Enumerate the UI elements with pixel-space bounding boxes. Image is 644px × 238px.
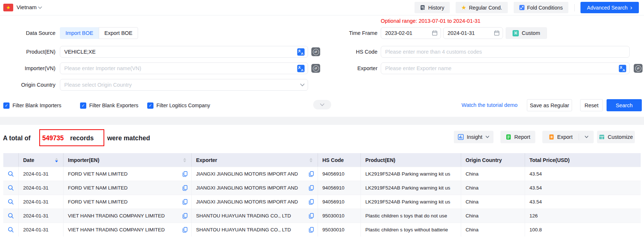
section-divider: [0, 117, 644, 125]
importer-cell[interactable]: VIET HANH TRADING COMPANY LIMITED: [64, 209, 192, 223]
hs-code-input[interactable]: [381, 47, 629, 57]
reset-button[interactable]: Reset: [580, 99, 603, 111]
country-selector[interactable]: Vietnam: [17, 4, 37, 10]
search-detail-icon[interactable]: [8, 199, 14, 205]
exporter-field-wrap: A: [381, 62, 630, 74]
importer-vn-input[interactable]: [60, 63, 297, 73]
product-match-toggle-icon[interactable]: ⇄: [311, 47, 320, 56]
regular-conditions-button[interactable]: ★ Regular Cond.: [456, 2, 508, 13]
insight-button[interactable]: Insight: [454, 131, 493, 143]
date-to-value: 2024-01-31: [444, 30, 494, 36]
summary-prefix: A total of: [3, 134, 30, 142]
importer-cell[interactable]: VIET HANH TRADING COMPANY LIMITED: [64, 223, 192, 237]
export-button[interactable]: Export: [542, 134, 579, 140]
search-detail-icon[interactable]: [8, 185, 14, 191]
export-button-group: Export: [542, 131, 594, 143]
regular-conditions-label: Regular Cond.: [469, 5, 502, 11]
tutorial-demo-link[interactable]: Watch the tutorial demo: [462, 99, 518, 111]
exporter-cell[interactable]: SHANTOU HUAYUAN TRADING CO., LTD: [192, 223, 318, 237]
save-as-regular-button[interactable]: Save as Regular: [527, 99, 572, 111]
product-en-input[interactable]: [60, 47, 297, 57]
translate-icon[interactable]: A: [297, 48, 305, 56]
product-cell: LK2919F524AB Parking warning kit us: [361, 167, 461, 181]
optional-range-text: Optional range: 2013-07-01 to 2024-01-31: [381, 18, 481, 24]
origin-cell: China: [461, 167, 525, 181]
filter-logitics-company-checkbox[interactable]: ✓ Filter Logitics Company: [147, 101, 210, 109]
advanced-search-label: Advanced Search: [587, 5, 628, 11]
time-frame-label: Time Frame: [323, 27, 377, 39]
checkbox-checked-icon: ✓: [3, 102, 10, 109]
column-header-total-price: Total Price(USD): [525, 153, 641, 167]
copy-icon[interactable]: [309, 227, 314, 233]
column-header-importer[interactable]: Importer(EN): [64, 153, 192, 167]
row-detail-cell[interactable]: [3, 167, 19, 181]
product-en-field-wrap: A: [60, 46, 308, 58]
importer-cell[interactable]: FORD VIET NAM LIMITED: [64, 167, 192, 181]
exporter-cell[interactable]: SHANTOU HUAYUAN TRADING CO., LTD: [192, 209, 318, 223]
date-from-value: 2023-02-01: [381, 30, 432, 36]
data-source-tabs: Import BOE Export BOE: [60, 27, 138, 39]
exporter-cell[interactable]: JIANGXI JIANGLING MOTORS IMPORT AND: [192, 195, 318, 209]
copy-icon[interactable]: [182, 227, 188, 233]
origin-cell: China: [461, 181, 525, 195]
topbar-divider: [574, 4, 575, 11]
exporter-cell[interactable]: JIANGXI JIANGLING MOTORS IMPORT AND: [192, 167, 318, 181]
advanced-search-button[interactable]: Advanced Search ›: [580, 2, 639, 13]
tab-export-boe[interactable]: Export BOE: [99, 27, 138, 39]
copy-icon[interactable]: [309, 185, 314, 191]
history-icon: [420, 5, 426, 10]
copy-icon[interactable]: [182, 199, 188, 205]
copy-icon[interactable]: [309, 171, 314, 177]
customize-button[interactable]: Customize: [597, 131, 635, 143]
search-detail-icon[interactable]: [8, 227, 14, 233]
copy-icon[interactable]: [182, 185, 188, 191]
column-header-exporter[interactable]: Exporter: [192, 153, 318, 167]
command-icon: ⌘: [513, 30, 519, 36]
exporter-match-toggle-icon[interactable]: ⇄: [634, 64, 643, 73]
copy-icon[interactable]: [309, 213, 314, 219]
row-detail-cell[interactable]: [3, 223, 19, 237]
insight-icon: [458, 134, 464, 140]
sort-icons[interactable]: [310, 158, 312, 162]
vietnam-flag-icon: ★: [3, 4, 13, 11]
export-dropdown-button[interactable]: [579, 136, 594, 138]
search-detail-icon[interactable]: [8, 171, 14, 177]
data-source-label: Data Source: [0, 27, 55, 39]
importer-match-toggle-icon[interactable]: ⇄: [311, 64, 320, 73]
importer-cell[interactable]: FORD VIET NAM LIMITED: [64, 181, 192, 195]
history-label: History: [428, 5, 444, 11]
translate-icon[interactable]: A: [297, 65, 305, 72]
importer-cell[interactable]: FORD VIET NAM LIMITED: [64, 195, 192, 209]
origin-country-select[interactable]: Please select Origin Country: [60, 79, 308, 91]
report-icon: [506, 134, 511, 140]
fold-conditions-label: Fold Conditions: [527, 5, 563, 11]
filter-blank-exporters-checkbox[interactable]: ✓ Filter Blank Exporters: [80, 101, 138, 109]
copy-icon[interactable]: [309, 199, 314, 205]
copy-icon[interactable]: [182, 171, 188, 177]
exporter-input[interactable]: [381, 63, 619, 73]
date-to-field[interactable]: 2024-01-31: [443, 27, 503, 39]
sort-icons[interactable]: [183, 158, 186, 162]
history-button[interactable]: History: [415, 2, 450, 13]
collapse-form-button[interactable]: [313, 100, 331, 109]
hs-code-field-wrap: [381, 46, 630, 58]
search-detail-icon[interactable]: [8, 213, 14, 219]
filter-blank-importers-checkbox[interactable]: ✓ Filter Blank Importers: [3, 101, 61, 109]
copy-icon[interactable]: [182, 213, 188, 219]
row-detail-cell[interactable]: [3, 195, 19, 209]
search-button[interactable]: Search: [607, 99, 642, 111]
date-cell: 2024-01-31: [19, 167, 64, 181]
date-from-field[interactable]: 2023-02-01: [381, 27, 441, 39]
exporter-cell[interactable]: JIANGXI JIANGLING MOTORS IMPORT AND: [192, 181, 318, 195]
report-button[interactable]: Report: [500, 131, 535, 143]
row-detail-cell[interactable]: [3, 209, 19, 223]
custom-range-button[interactable]: ⌘ Custom: [506, 27, 547, 39]
sort-icons[interactable]: [55, 158, 58, 162]
fold-conditions-button[interactable]: Fold Conditions: [514, 2, 568, 13]
chevron-down-icon[interactable]: [38, 6, 42, 9]
row-detail-cell[interactable]: [3, 181, 19, 195]
translate-icon[interactable]: A: [619, 65, 626, 72]
tab-import-boe[interactable]: Import BOE: [60, 27, 99, 39]
hs-code-cell: 95030010: [318, 223, 361, 237]
column-header-date[interactable]: Date: [19, 153, 64, 167]
